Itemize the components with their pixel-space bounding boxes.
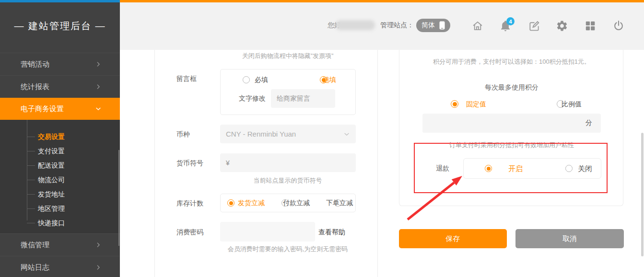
max-points-input[interactable]: 分 — [422, 114, 601, 133]
radio-required-label[interactable]: 必填 — [255, 76, 268, 84]
radio-refund-off-label[interactable]: 关闭 — [578, 164, 592, 173]
currency-label: 币种 — [176, 130, 190, 139]
consume-password-input[interactable] — [220, 222, 315, 242]
home-icon[interactable] — [471, 20, 484, 32]
currency-value: CNY - Renminbi Yuan — [226, 130, 296, 138]
radio-refund-off[interactable] — [565, 165, 573, 172]
sidebar-item-reports[interactable]: 统计报表 — [0, 75, 120, 98]
points-settings-panel: 积分可用于消费，支付时可以选择如：100积分抵扣1元。 每次最多使用积分 固定值… — [399, 50, 623, 206]
radio-order-deduct-label[interactable]: 下单立减 — [326, 199, 353, 208]
radio-refund-on[interactable] — [485, 165, 492, 172]
cancel-button[interactable]: 取消 — [515, 229, 624, 248]
currency-symbol-label: 货币符号 — [176, 159, 203, 168]
sidebar-scrollbar[interactable] — [118, 150, 119, 246]
sidebar-item-site-logs[interactable]: 网站日志 — [0, 256, 120, 277]
points-unit-suffix: 分 — [585, 119, 592, 127]
submenu-item-trade-settings[interactable]: 交易设置 — [0, 129, 120, 144]
phone-icon — [439, 21, 445, 30]
language-mobile-toggle[interactable]: 简体 — [416, 19, 450, 32]
view-help-link[interactable]: 查看帮助 — [318, 228, 345, 237]
chevron-right-icon — [95, 83, 102, 90]
message-box-label: 留言框 — [176, 75, 197, 83]
redacted-username — [336, 20, 375, 30]
trade-settings-panel: 关闭后购物流程中将隐藏”发票项” 留言框 必填 选填 文字修改 给商家留言 币种… — [154, 50, 378, 277]
radio-ship-deduct[interactable] — [227, 199, 234, 207]
deduction-hint: 订单支付时采用积分抵扣可有效增加用户粘性 — [449, 141, 574, 150]
submenu-item-region-management[interactable]: 地区管理 — [0, 201, 120, 216]
sidebar-item-label: 电子商务设置 — [21, 104, 64, 114]
chevron-down-icon — [95, 105, 102, 112]
refund-label: 退款 — [436, 164, 449, 173]
power-icon[interactable] — [612, 20, 625, 32]
currency-symbol-input[interactable]: ¥ — [220, 153, 356, 172]
radio-optional-label[interactable]: 选填 — [323, 76, 336, 84]
sidebar-item-ecommerce-settings[interactable]: 电子商务设置 — [0, 98, 120, 120]
bell-icon[interactable]: 4 — [499, 20, 512, 32]
sidebar-submenu: 交易设置 支付设置 配送设置 物流公司 发货地址 地区管理 快递接口 — [0, 120, 120, 233]
language-label: 简体 — [422, 21, 435, 30]
save-button[interactable]: 保存 — [399, 229, 507, 248]
sidebar-item-marketing[interactable]: 营销活动 — [0, 53, 120, 75]
chevron-right-icon — [95, 242, 102, 248]
sidebar-item-wechat[interactable]: 微信管理 — [0, 233, 120, 256]
message-box-card: 必填 选填 文字修改 给商家留言 — [220, 69, 356, 115]
chevron-down-icon — [343, 131, 350, 138]
stock-count-label: 库存计数 — [176, 199, 203, 208]
radio-refund-on-label[interactable]: 开启 — [508, 164, 523, 173]
sidebar: — 建站管理后台 — 营销活动 统计报表 电子商务设置 交易设置 支付设置 配送… — [0, 2, 120, 277]
currency-select[interactable]: CNY - Renminbi Yuan — [220, 125, 356, 143]
invoice-hint: 关闭后购物流程中将隐藏”发票项” — [242, 52, 334, 60]
radio-ratio-value-label[interactable]: 比例值 — [562, 100, 582, 109]
submenu-item-payment-settings[interactable]: 支付设置 — [0, 144, 120, 158]
app-logo: — 建站管理后台 — — [0, 20, 120, 33]
submenu-item-logistics-company[interactable]: 物流公司 — [0, 173, 120, 187]
radio-pay-deduct-label[interactable]: 付款立减 — [283, 199, 310, 208]
consume-password-label: 消费密码 — [176, 228, 203, 237]
apps-icon[interactable] — [584, 20, 597, 32]
manage-site-label: 管理站点： — [380, 21, 414, 30]
consume-password-hint: 会员消费时需要的输入密码,为空则无需密码 — [228, 245, 348, 254]
stock-count-card: 发货立减 付款立减 下单立减 — [220, 194, 356, 212]
settings-icon[interactable] — [556, 20, 568, 32]
sidebar-item-label: 微信管理 — [21, 241, 49, 250]
text-edit-label: 文字修改 — [239, 94, 266, 103]
points-hint: 积分可用于消费，支付时可以选择如：100积分抵扣1元。 — [433, 58, 590, 66]
radio-fixed-value[interactable] — [451, 100, 458, 108]
radio-required[interactable] — [243, 76, 250, 83]
max-points-title: 每次最多使用积分 — [485, 83, 539, 92]
submenu-item-delivery-settings[interactable]: 配送设置 — [0, 158, 120, 173]
notification-badge: 4 — [506, 17, 515, 25]
sidebar-item-label: 网站日志 — [21, 263, 49, 272]
page-scrollbar[interactable] — [641, 133, 644, 256]
submenu-item-shipping-address[interactable]: 发货地址 — [0, 187, 120, 201]
compose-icon[interactable] — [528, 20, 540, 32]
merchant-message-input[interactable]: 给商家留言 — [271, 89, 335, 108]
currency-symbol-hint: 当前站点显示的货币符号 — [254, 176, 322, 185]
submenu-item-express-interface[interactable]: 快递接口 — [0, 216, 120, 230]
chevron-right-icon — [95, 61, 102, 68]
header-bar: 您好 管理站点： 简体 4 — [120, 2, 644, 50]
sidebar-item-label: 营销活动 — [21, 60, 49, 69]
refund-card: 开启 关闭 — [463, 158, 601, 179]
chevron-right-icon — [95, 264, 102, 271]
radio-fixed-value-label[interactable]: 固定值 — [466, 100, 486, 109]
sidebar-item-label: 统计报表 — [21, 82, 49, 92]
radio-ship-deduct-label[interactable]: 发货立减 — [238, 199, 265, 208]
